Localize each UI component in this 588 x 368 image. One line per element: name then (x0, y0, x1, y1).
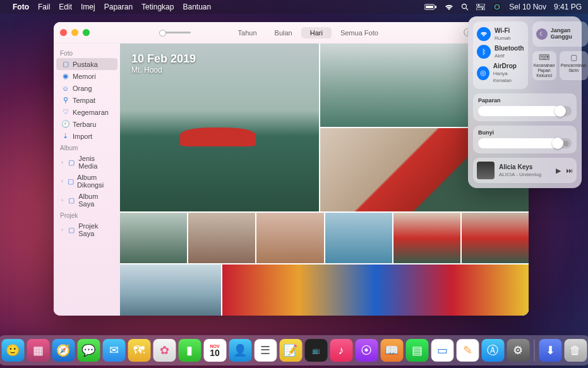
sidebar-item-people[interactable]: ☺Orang (54, 82, 120, 94)
airplay-audio-icon[interactable]: ◎ (563, 139, 569, 146)
do-not-disturb-toggle[interactable]: ☾ JanganGanggu (532, 21, 588, 47)
menu-image[interactable]: Imej (81, 3, 95, 11)
sidebar-item-recents[interactable]: 🕘Terbaru (54, 118, 120, 130)
sidebar-item-memories[interactable]: ◉Memori (54, 70, 120, 82)
folder-icon: ▢ (68, 177, 74, 186)
photo-thumbnail[interactable] (222, 264, 529, 316)
places-icon: ⚲ (61, 96, 69, 104)
dock-facetime[interactable]: ▮ (178, 339, 201, 362)
fullscreen-button[interactable] (83, 29, 90, 36)
menubar-time[interactable]: 9:41 PG (554, 3, 582, 11)
minimize-button[interactable] (71, 29, 78, 36)
photo-thumbnail[interactable] (256, 213, 323, 263)
keyboard-brightness-icon: ⌨ (534, 54, 555, 62)
dock-appstore[interactable]: Ⓐ (481, 339, 504, 362)
sidebar-item-my-albums[interactable]: ›▢Album Saya (54, 191, 120, 210)
hero-location: Mt. Hood (131, 66, 196, 74)
dock-finder[interactable]: 🙂 (1, 339, 24, 362)
svg-point-3 (462, 4, 467, 9)
zoom-slider[interactable] (159, 32, 191, 33)
sidebar-item-my-projects[interactable]: ›▢Projek Saya (54, 220, 120, 239)
airdrop-toggle[interactable]: ◎ AirDropHanya Kenalan (477, 61, 524, 85)
sidebar-item-places[interactable]: ⚲Tempat (54, 94, 120, 106)
titlebar: Tahun Bulan Hari Semua Foto ⓘ ⇧ ♡ ↻ (54, 22, 529, 44)
photos-window: Tahun Bulan Hari Semua Foto ⓘ ⇧ ♡ ↻ Foto… (54, 22, 529, 316)
keyboard-brightness-button[interactable]: ⌨Kecerahan Papan Kekunci (532, 51, 556, 80)
folder-icon: ▢ (68, 196, 75, 205)
dock-pages[interactable]: ✎ (456, 339, 479, 362)
photo-thumbnail[interactable] (120, 213, 187, 263)
moon-icon: ☾ (536, 28, 548, 40)
dock-numbers[interactable]: ▤ (405, 339, 428, 362)
sidebar-item-media-types[interactable]: ›▢Jenis Media (54, 153, 120, 172)
wifi-toggle[interactable]: Wi-FiRumah (477, 25, 524, 43)
seg-day[interactable]: Hari (301, 27, 332, 39)
seg-year[interactable]: Tahun (229, 27, 266, 39)
sidebar-header-projects: Projek (54, 210, 120, 220)
dock-keynote[interactable]: ▭ (431, 339, 453, 362)
dock-books[interactable]: 📖 (380, 339, 403, 362)
menu-view[interactable]: Paparan (104, 3, 133, 11)
photo-thumbnail[interactable] (188, 213, 255, 263)
dock-podcasts[interactable]: ⦿ (355, 339, 378, 362)
sidebar-item-shared-albums[interactable]: ›▢Album Dikongsi (54, 172, 120, 191)
spotlight-icon[interactable] (461, 3, 469, 11)
now-playing-module[interactable]: Alicia KeysALICIA - Underdog ▶ ⏭ (473, 158, 577, 183)
wifi-icon[interactable] (445, 4, 453, 11)
menu-help[interactable]: Bantuan (183, 3, 211, 11)
sound-volume-slider[interactable]: 🔈 ◎ (478, 138, 572, 148)
sidebar-header-albums: Album (54, 142, 120, 153)
seg-all[interactable]: Semua Foto (332, 27, 387, 39)
photo-thumbnail[interactable] (120, 264, 221, 316)
photo-thumbnail[interactable] (325, 213, 392, 263)
dock-tv[interactable]: 📺 (304, 339, 327, 362)
dock-contacts[interactable]: 👤 (229, 339, 251, 362)
svg-point-6 (478, 4, 479, 6)
dock-safari[interactable]: 🧭 (52, 339, 75, 362)
sidebar-item-library[interactable]: ▢Pustaka (56, 58, 117, 70)
seg-month[interactable]: Bulan (266, 27, 301, 39)
battery-icon[interactable] (424, 4, 437, 10)
airdrop-icon: ◎ (477, 66, 489, 80)
siri-icon[interactable] (493, 3, 501, 11)
svg-rect-2 (435, 6, 436, 8)
dock-calendar[interactable]: NOV10 (203, 339, 226, 362)
menubar-date[interactable]: Sel 10 Nov (509, 3, 546, 11)
bluetooth-toggle[interactable]: ᛒ BluetoothAktif (477, 43, 524, 61)
dock-photos[interactable]: ✿ (153, 339, 176, 362)
display-brightness-slider[interactable]: ☀ (478, 106, 572, 116)
next-track-button[interactable]: ⏭ (566, 167, 573, 175)
network-module: Wi-FiRumah ᛒ BluetoothAktif ◎ AirDropHan… (473, 21, 528, 89)
view-segmented-control: Tahun Bulan Hari Semua Foto (229, 27, 387, 39)
menu-edit[interactable]: Edit (59, 3, 72, 11)
library-icon: ▢ (61, 60, 69, 68)
dock-downloads[interactable]: ⬇ (539, 339, 561, 362)
screen-mirroring-button[interactable]: ▢Pencerminan Skrin (560, 51, 588, 80)
close-button[interactable] (60, 29, 67, 36)
svg-line-4 (466, 8, 468, 10)
dock: 🙂 ▦ 🧭 💬 ✉ 🗺 ✿ ▮ NOV10 👤 ☰ 📝 📺 ♪ ⦿ 📖 ▤ ▭ … (0, 335, 588, 365)
clock-icon: 🕘 (61, 120, 69, 128)
menu-app[interactable]: Foto (13, 3, 29, 11)
dock-maps[interactable]: 🗺 (128, 339, 150, 362)
dock-reminders[interactable]: ☰ (254, 339, 277, 362)
sidebar-item-favorites[interactable]: ♡Kegemaran (54, 106, 120, 118)
dock-notes[interactable]: 📝 (279, 339, 302, 362)
play-button[interactable]: ▶ (556, 167, 561, 175)
dock-launchpad[interactable]: ▦ (27, 339, 49, 362)
photo-thumbnail[interactable] (393, 213, 460, 263)
dock-messages[interactable]: 💬 (77, 339, 100, 362)
photo-thumbnail[interactable] (462, 213, 529, 263)
dock-trash[interactable]: 🗑 (564, 339, 587, 362)
svg-point-8 (482, 8, 483, 9)
menu-window[interactable]: Tetingkap (141, 3, 174, 11)
menu-file[interactable]: Fail (38, 3, 50, 11)
sidebar-item-import[interactable]: ⇣Import (54, 130, 120, 142)
dock-settings[interactable]: ⚙ (507, 339, 529, 362)
dock-mail[interactable]: ✉ (102, 339, 125, 362)
control-center-icon[interactable] (476, 4, 485, 10)
menubar: Foto Fail Edit Imej Paparan Tetingkap Ba… (0, 0, 588, 14)
screen-mirroring-icon: ▢ (561, 54, 587, 62)
dock-music[interactable]: ♪ (330, 339, 352, 362)
chevron-right-icon: › (61, 197, 63, 203)
